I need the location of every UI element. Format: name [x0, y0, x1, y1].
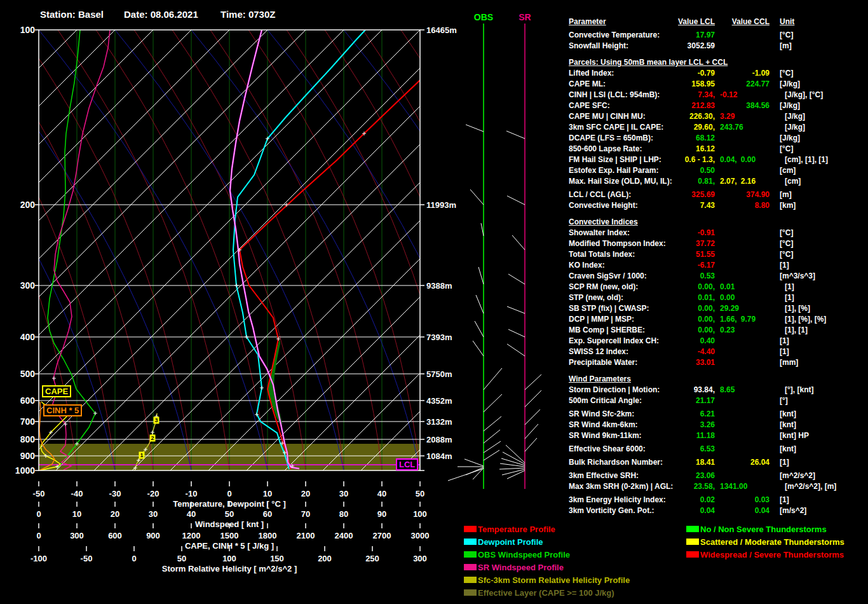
- value-lcl: -0.91: [675, 228, 715, 238]
- wind-axis-label: 40: [172, 509, 210, 519]
- srh-axis-label: 50: [163, 554, 201, 563]
- value-part: 0.04,: [720, 155, 737, 164]
- srh-km-marker: 2: [150, 435, 156, 442]
- srh-km-marker: 1: [139, 452, 145, 459]
- value-part: 21.17: [696, 396, 715, 405]
- value-part: 8.80: [755, 201, 770, 210]
- sr-wind-barb: [507, 344, 525, 356]
- value-lcl: 0.04: [675, 505, 715, 516]
- obs-wind-barb: [484, 368, 502, 390]
- value-ccl: 0.23: [715, 325, 775, 336]
- value-part: 0.23: [720, 326, 735, 334]
- temp-axis-label: 10: [248, 489, 287, 498]
- obs-wind-barb: [484, 450, 499, 460]
- unit-label: [J/kg]: [770, 100, 800, 111]
- value-part: 374.90: [746, 190, 770, 199]
- value-ccl: [715, 144, 770, 154]
- unit-label: [1]: [775, 282, 794, 292]
- legend-swatch: [686, 526, 699, 532]
- param-label: SR Wind Sfc-2km:: [569, 409, 675, 420]
- value-ccl: [715, 347, 770, 357]
- value-part: 93.84,: [694, 385, 715, 394]
- cape-axis-label: 2400: [325, 531, 363, 540]
- sr-wind-barb: [525, 390, 541, 407]
- unit-label: [°C]: [770, 228, 793, 238]
- srh-axis-label: 0: [115, 554, 153, 563]
- altitude-label: 1084m: [426, 451, 452, 461]
- temp-axis-title: Temperature, Dewpoint [ °C ]: [39, 499, 420, 509]
- srh-axis-label: 150: [258, 554, 296, 563]
- table-row: Max. Hail Size (OLD, MU, IL):0.81,2.07,2…: [569, 176, 865, 187]
- sr-wind-barb: [507, 306, 525, 313]
- table-row: Bulk Richardson Number:18.4126.04[1]: [569, 457, 865, 468]
- moist-adiabat: [344, 30, 573, 470]
- value-part: 0.03: [755, 495, 770, 504]
- value-part: 0.00: [720, 293, 735, 302]
- value-part: 0.02: [700, 495, 715, 504]
- param-label: 3km Effective SRH:: [569, 470, 675, 481]
- unit-label: [J/kg]: [775, 122, 805, 133]
- sr-wind-barb: [508, 329, 525, 337]
- value-lcl: 0.00,: [675, 314, 715, 325]
- sr-wind-barb: [525, 438, 537, 451]
- table-section-title: Wind Parameters: [569, 374, 865, 385]
- pressure-label: 800: [12, 434, 35, 444]
- value-lcl: 0.50: [675, 165, 715, 176]
- param-label: Estofex Exp. Hail Param:: [569, 165, 675, 176]
- unit-label: [m^3/s^3]: [770, 271, 815, 282]
- cape-axis-label: 2700: [363, 531, 401, 540]
- unit-label: [cm], [1], [1]: [775, 154, 828, 165]
- temp-axis-label: -50: [20, 489, 58, 498]
- pressure-label: 700: [12, 416, 35, 427]
- table-row: FM Hail Size | SHIP | LHP:0.6 - 1.3,0.04…: [569, 154, 865, 165]
- cape-axis-label: 1500: [210, 531, 248, 540]
- unit-label: [°C]: [770, 249, 793, 260]
- cape-area-fill: [268, 339, 282, 427]
- table-row: Convective Height:7.438.80[km]: [569, 200, 865, 211]
- table-row: Craven SigSvr / 1000:0.53[m^3/s^3]: [569, 271, 865, 282]
- unit-label: [°], [knt]: [775, 385, 813, 395]
- value-ccl: 0.00: [715, 292, 775, 303]
- table-row: SR Wind 9km-11km:11.18[knt] HP: [569, 430, 865, 441]
- temp-axis-label: -20: [134, 489, 172, 498]
- value-part: 3052.59: [688, 41, 715, 50]
- unit-label: [mm]: [770, 357, 798, 368]
- legend-swatch: [464, 564, 477, 570]
- value-ccl: 1.66,9.79: [715, 314, 775, 325]
- legend-swatch: [464, 526, 477, 532]
- isotherm-line: [170, 30, 611, 470]
- param-label: Effective Shear 6000:: [569, 444, 675, 455]
- value-part: 0.04: [755, 506, 770, 515]
- unit-label: [1]: [770, 347, 789, 357]
- value-part: 1.66,: [720, 315, 737, 324]
- temp-axis-label: -10: [172, 489, 210, 498]
- param-label: Precipitable Water:: [569, 357, 675, 368]
- value-part: 29.60,: [694, 123, 715, 132]
- obs-column-label: OBS: [474, 12, 493, 22]
- unit-label: [°]: [770, 395, 788, 406]
- value-ccl: [715, 260, 770, 271]
- table-row: SCP RM (new, old):0.00,0.01[1]: [569, 282, 865, 292]
- param-label: DCAPE (LFS = 650mB):: [569, 133, 675, 144]
- cape-axis-label: 600: [96, 531, 134, 540]
- value-ccl: 2.07,2.16: [715, 176, 775, 187]
- altitude-label: 4352m: [426, 396, 452, 406]
- value-part: -0.12: [720, 90, 737, 99]
- table-row: SR Wind Sfc-2km:6.21[knt]: [569, 409, 865, 420]
- param-label: Craven SigSvr / 1000:: [569, 271, 675, 282]
- sr-wind-barb: [506, 131, 525, 139]
- value-part: 0.01,: [698, 293, 715, 302]
- value-part: 0.00,: [698, 326, 715, 334]
- altitude-label: 2088m: [426, 435, 452, 444]
- legend-label: Temperature Profile: [478, 525, 555, 534]
- value-ccl: [715, 420, 770, 430]
- column-header-parameter: Parameter: [569, 17, 675, 27]
- param-label: SWISS 12 Index:: [569, 347, 675, 357]
- altitude-label: 7393m: [426, 333, 452, 342]
- value-ccl: [715, 30, 770, 41]
- legend-swatch: [464, 539, 477, 545]
- legend-swatch: [686, 551, 699, 558]
- value-lcl: 0.00,: [675, 325, 715, 336]
- title-date: Date: 08.06.2021: [124, 9, 198, 20]
- value-ccl: 0.04: [715, 505, 770, 516]
